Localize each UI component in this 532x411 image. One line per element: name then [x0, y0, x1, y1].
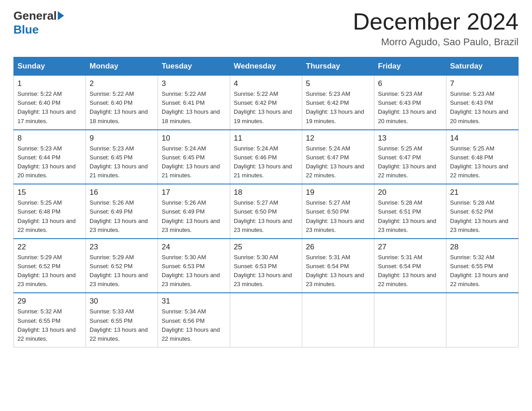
day-info: Sunrise: 5:30 AMSunset: 6:53 PMDaylight:… [234, 254, 292, 287]
day-number: 22 [17, 243, 82, 252]
weekday-header-saturday: Saturday [446, 57, 519, 76]
day-number: 28 [450, 243, 515, 252]
calendar-day-cell: 20 Sunrise: 5:28 AMSunset: 6:51 PMDaylig… [374, 184, 446, 239]
day-number: 25 [234, 243, 298, 252]
calendar-day-cell: 1 Sunrise: 5:22 AMSunset: 6:40 PMDayligh… [14, 76, 86, 130]
day-number: 26 [306, 243, 370, 252]
calendar-week-row: 29 Sunrise: 5:32 AMSunset: 6:55 PMDaylig… [14, 293, 519, 347]
day-number: 4 [234, 79, 298, 88]
day-number: 11 [234, 134, 298, 143]
weekday-header-thursday: Thursday [302, 57, 374, 76]
day-info: Sunrise: 5:25 AMSunset: 6:48 PMDaylight:… [17, 199, 76, 233]
day-info: Sunrise: 5:23 AMSunset: 6:45 PMDaylight:… [90, 145, 148, 179]
weekday-header-tuesday: Tuesday [158, 57, 230, 76]
day-number: 16 [90, 188, 154, 197]
day-number: 23 [90, 243, 154, 252]
day-info: Sunrise: 5:23 AMSunset: 6:42 PMDaylight:… [306, 90, 364, 124]
weekday-header-sunday: Sunday [14, 57, 86, 76]
day-number: 17 [162, 188, 226, 197]
logo-arrow-icon [58, 11, 64, 20]
calendar-day-cell: 24 Sunrise: 5:30 AMSunset: 6:53 PMDaylig… [158, 239, 230, 293]
calendar-week-row: 15 Sunrise: 5:25 AMSunset: 6:48 PMDaylig… [14, 184, 519, 239]
title-section: December 2024 Morro Agudo, Sao Paulo, Br… [353, 9, 519, 48]
weekday-header-friday: Friday [374, 57, 446, 76]
day-info: Sunrise: 5:23 AMSunset: 6:43 PMDaylight:… [450, 90, 508, 124]
day-info: Sunrise: 5:24 AMSunset: 6:46 PMDaylight:… [234, 145, 292, 179]
calendar-day-cell: 7 Sunrise: 5:23 AMSunset: 6:43 PMDayligh… [446, 76, 519, 130]
day-number: 31 [162, 297, 226, 306]
day-info: Sunrise: 5:27 AMSunset: 6:50 PMDaylight:… [234, 199, 292, 233]
weekday-header-wednesday: Wednesday [230, 57, 302, 76]
calendar-day-cell: 11 Sunrise: 5:24 AMSunset: 6:46 PMDaylig… [230, 130, 302, 184]
logo: General Blue [13, 9, 64, 37]
calendar-week-row: 8 Sunrise: 5:23 AMSunset: 6:44 PMDayligh… [14, 130, 519, 184]
day-number: 1 [17, 79, 82, 88]
calendar-day-cell [230, 293, 302, 347]
day-number: 6 [378, 79, 442, 88]
calendar-day-cell: 5 Sunrise: 5:23 AMSunset: 6:42 PMDayligh… [302, 76, 374, 130]
day-info: Sunrise: 5:22 AMSunset: 6:41 PMDaylight:… [162, 90, 220, 124]
day-number: 29 [17, 297, 82, 306]
day-info: Sunrise: 5:22 AMSunset: 6:40 PMDaylight:… [17, 90, 76, 124]
day-number: 30 [90, 297, 154, 306]
calendar-day-cell [446, 293, 519, 347]
day-number: 7 [450, 79, 515, 88]
calendar-day-cell: 29 Sunrise: 5:32 AMSunset: 6:55 PMDaylig… [14, 293, 86, 347]
calendar-day-cell: 31 Sunrise: 5:34 AMSunset: 6:56 PMDaylig… [158, 293, 230, 347]
day-number: 24 [162, 243, 226, 252]
calendar-day-cell: 6 Sunrise: 5:23 AMSunset: 6:43 PMDayligh… [374, 76, 446, 130]
day-number: 20 [378, 188, 442, 197]
location-subtitle: Morro Agudo, Sao Paulo, Brazil [353, 36, 519, 48]
day-number: 15 [17, 188, 82, 197]
calendar-day-cell: 8 Sunrise: 5:23 AMSunset: 6:44 PMDayligh… [14, 130, 86, 184]
logo-general-text: General [13, 9, 57, 23]
calendar-day-cell: 23 Sunrise: 5:29 AMSunset: 6:52 PMDaylig… [86, 239, 158, 293]
calendar-table: SundayMondayTuesdayWednesdayThursdayFrid… [13, 57, 519, 347]
logo-blue-text: Blue [13, 23, 64, 37]
calendar-day-cell: 18 Sunrise: 5:27 AMSunset: 6:50 PMDaylig… [230, 184, 302, 239]
calendar-day-cell: 3 Sunrise: 5:22 AMSunset: 6:41 PMDayligh… [158, 76, 230, 130]
day-number: 27 [378, 243, 442, 252]
day-number: 5 [306, 79, 370, 88]
day-info: Sunrise: 5:24 AMSunset: 6:45 PMDaylight:… [162, 145, 220, 179]
day-info: Sunrise: 5:27 AMSunset: 6:50 PMDaylight:… [306, 199, 364, 233]
day-info: Sunrise: 5:23 AMSunset: 6:44 PMDaylight:… [17, 145, 76, 179]
calendar-day-cell [302, 293, 374, 347]
page-header: General Blue December 2024 Morro Agudo, … [13, 9, 519, 48]
calendar-day-cell: 26 Sunrise: 5:31 AMSunset: 6:54 PMDaylig… [302, 239, 374, 293]
day-number: 12 [306, 134, 370, 143]
day-number: 8 [17, 134, 82, 143]
calendar-day-cell: 15 Sunrise: 5:25 AMSunset: 6:48 PMDaylig… [14, 184, 86, 239]
day-info: Sunrise: 5:22 AMSunset: 6:40 PMDaylight:… [90, 90, 148, 124]
day-number: 9 [90, 134, 154, 143]
day-info: Sunrise: 5:28 AMSunset: 6:51 PMDaylight:… [378, 199, 436, 233]
weekday-header-monday: Monday [86, 57, 158, 76]
day-info: Sunrise: 5:29 AMSunset: 6:52 PMDaylight:… [17, 254, 76, 287]
day-info: Sunrise: 5:33 AMSunset: 6:55 PMDaylight:… [90, 308, 148, 342]
day-info: Sunrise: 5:31 AMSunset: 6:54 PMDaylight:… [306, 254, 364, 287]
calendar-day-cell: 27 Sunrise: 5:31 AMSunset: 6:54 PMDaylig… [374, 239, 446, 293]
calendar-header-row: SundayMondayTuesdayWednesdayThursdayFrid… [14, 57, 519, 76]
calendar-day-cell: 22 Sunrise: 5:29 AMSunset: 6:52 PMDaylig… [14, 239, 86, 293]
calendar-day-cell: 28 Sunrise: 5:32 AMSunset: 6:55 PMDaylig… [446, 239, 519, 293]
day-info: Sunrise: 5:31 AMSunset: 6:54 PMDaylight:… [378, 254, 436, 287]
day-info: Sunrise: 5:30 AMSunset: 6:53 PMDaylight:… [162, 254, 220, 287]
day-info: Sunrise: 5:34 AMSunset: 6:56 PMDaylight:… [162, 308, 220, 342]
calendar-day-cell [374, 293, 446, 347]
day-info: Sunrise: 5:23 AMSunset: 6:43 PMDaylight:… [378, 90, 436, 124]
calendar-day-cell: 12 Sunrise: 5:24 AMSunset: 6:47 PMDaylig… [302, 130, 374, 184]
calendar-day-cell: 21 Sunrise: 5:28 AMSunset: 6:52 PMDaylig… [446, 184, 519, 239]
day-number: 3 [162, 79, 226, 88]
calendar-day-cell: 2 Sunrise: 5:22 AMSunset: 6:40 PMDayligh… [86, 76, 158, 130]
day-info: Sunrise: 5:32 AMSunset: 6:55 PMDaylight:… [17, 308, 76, 342]
day-number: 19 [306, 188, 370, 197]
day-info: Sunrise: 5:26 AMSunset: 6:49 PMDaylight:… [162, 199, 220, 233]
calendar-day-cell: 30 Sunrise: 5:33 AMSunset: 6:55 PMDaylig… [86, 293, 158, 347]
month-year-title: December 2024 [353, 9, 519, 34]
day-info: Sunrise: 5:22 AMSunset: 6:42 PMDaylight:… [234, 90, 292, 124]
day-info: Sunrise: 5:24 AMSunset: 6:47 PMDaylight:… [306, 145, 364, 179]
calendar-day-cell: 19 Sunrise: 5:27 AMSunset: 6:50 PMDaylig… [302, 184, 374, 239]
day-number: 2 [90, 79, 154, 88]
day-number: 13 [378, 134, 442, 143]
day-info: Sunrise: 5:32 AMSunset: 6:55 PMDaylight:… [450, 254, 508, 287]
